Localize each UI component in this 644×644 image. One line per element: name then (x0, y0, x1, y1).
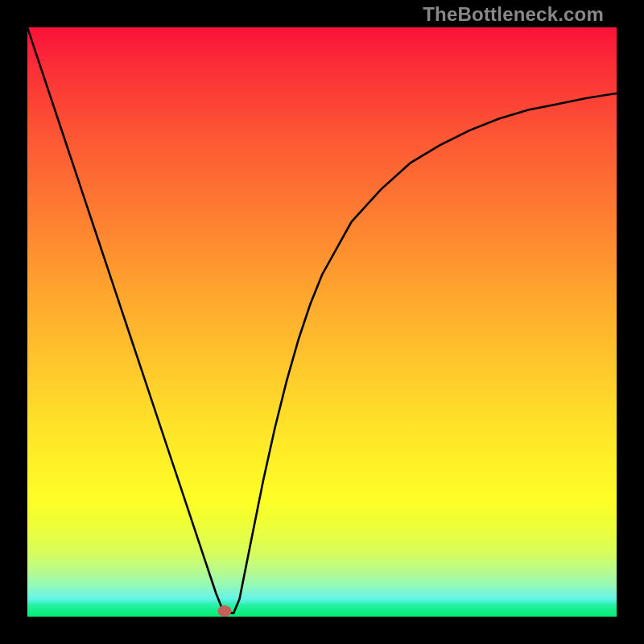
optimal-point-marker (218, 605, 232, 617)
plot-area (27, 27, 617, 617)
watermark-text: TheBottleneck.com (423, 3, 604, 26)
bottleneck-curve (27, 27, 617, 617)
chart-root: TheBottleneck.com (0, 0, 644, 644)
